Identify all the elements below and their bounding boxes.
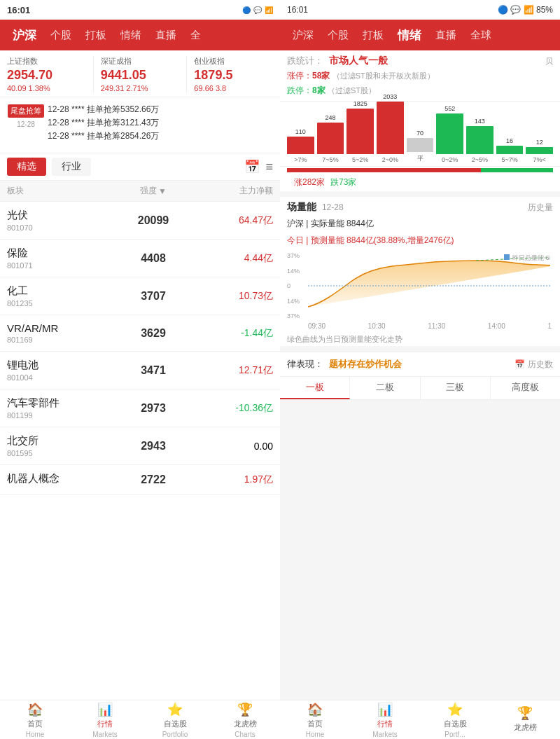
tab-hangye[interactable]: 行业 [52,158,91,176]
table-row[interactable]: 机器人概念 2722 1.97亿 [0,465,280,495]
bar-label-bottom: 0~2% [442,156,458,163]
row-strength-0: 20099 [113,214,193,227]
volume-info-1: 沪深 | 实际量能 8844亿 [287,216,553,232]
right-portfolio-icon: ⭐ [447,702,463,717]
bottom-home[interactable]: 🏠 首页 Home [0,700,70,739]
announce-tag: 尾盘抢筹 [8,104,44,118]
right-bottom-home[interactable]: 🏠 首页 Home [280,700,350,739]
volume-section: 场量能 12-28 历史量 沪深 | 实际量能 8844亿 今日 | 预测量能 … [280,197,560,333]
performance-row: 律表现： 题材存在炒作机会 📅 历史数 [280,352,560,376]
board-tab-sanban[interactable]: 三板 [421,377,491,399]
perf-right[interactable]: 📅 历史数 [514,359,553,371]
volume-history[interactable]: 历史量 [528,202,553,214]
bar-label-top: 70 [416,130,424,137]
right-nav-qingxu[interactable]: 情绪 [391,20,428,50]
right-nav-zhibo[interactable]: 直播 [428,20,463,50]
right-bottom-dragon[interactable]: 🏆 龙虎榜 [490,700,560,739]
bar-label-bottom: >7% [294,156,307,163]
bar-group: 110>7% [287,128,314,163]
right-bottom-markets-sub: Markets [372,731,398,738]
board-tab-yiban[interactable]: 一板 [280,377,350,399]
index-shenzhen[interactable]: 深证成指 9441.05 249.31 2.71% [94,56,188,92]
limit-row: 涨停：58家 （过滤ST股和未开板次新股） [287,70,553,82]
index-shanghai[interactable]: 上证指数 2954.70 40.09 1.38% [0,56,94,92]
table-row[interactable]: VR/AR/MR 801169 3629 -1.44亿 [0,315,280,352]
right-status-bar: 16:01 🔵 💬 📶 85% [280,0,560,20]
limit-down-count: 8家 [312,85,326,95]
progress-section: 涨282家 跌73家 [280,167,560,191]
bottom-charts-label: 龙虎榜 [234,719,257,729]
board-tab-erban[interactable]: 二板 [350,377,420,399]
right-bottom-markets-label: 行情 [377,719,393,729]
bottom-charts[interactable]: 🏆 龙虎榜 Charts [210,700,280,739]
table-row[interactable]: 光伏 801070 20099 64.47亿 [0,202,280,240]
index-shanghai-name: 上证指数 [7,56,86,67]
row-strength-6: 2943 [113,440,193,453]
right-bottom-portfolio[interactable]: ⭐ 自选股 Portf... [420,700,490,739]
row-strength-7: 2722 [113,474,193,486]
right-nav-gegu[interactable]: 个股 [321,20,356,50]
tab-jingxuan[interactable]: 精选 [7,158,46,176]
row-name-0: 光伏 [7,209,113,222]
right-status-icons: 🔵 💬 📶 85% [498,5,553,15]
table-container: 光伏 801070 20099 64.47亿 保险 801071 4408 4.… [0,202,280,700]
bottom-markets[interactable]: 📊 行情 Markets [70,700,140,739]
row-name-7: 机器人概念 [7,472,113,485]
nav-all[interactable]: 全 [183,20,208,50]
bottom-home-label: 首页 [27,719,43,729]
left-status-icons: 🔵 💬 📶 [242,6,273,14]
nav-icon: 🔵 [242,6,251,14]
nav-gegu[interactable]: 个股 [43,20,78,50]
market-hint: 贝 [545,56,553,67]
axis-label-4: 37% [287,312,308,319]
bar-rect [496,146,524,154]
right-battery: 85% [536,5,553,15]
bar-label-bottom: 7~5% [322,156,338,163]
bar-label-top: 12 [536,139,543,146]
row-code-3: 801169 [7,336,113,344]
board-tab-gaodu[interactable]: 高度板 [491,377,560,399]
left-time: 16:01 [7,5,30,15]
table-row[interactable]: 化工 801235 3707 10.73亿 [0,277,280,315]
table-row[interactable]: 锂电池 801004 3471 12.71亿 [0,352,280,389]
calendar-icon[interactable]: 📅 [244,159,260,174]
row-strength-4: 3471 [113,364,193,377]
right-bottom-home-label: 首页 [307,719,323,729]
nav-daban[interactable]: 打板 [78,20,113,50]
bar-group: 70平 [407,130,434,163]
tabs-row: 精选 行业 📅 ≡ [0,153,280,181]
table-row[interactable]: 北交所 801595 2943 0.00 [0,427,280,465]
right-nav-husheng[interactable]: 沪深 [286,20,321,50]
bar-label-bottom: 5~2% [352,156,368,163]
index-chuangye[interactable]: 创业板指 1879.5 69.66 3.8 [187,56,280,92]
nav-husheng[interactable]: 沪深 [6,20,43,50]
bar-rect [526,147,553,154]
bar-label-top: 1825 [354,100,368,107]
bar-group: 20332~0% [377,93,404,163]
bar-label-top: 16 [506,137,513,144]
time-label-4: 1 [547,322,552,330]
right-market-icon: 📊 [377,702,393,717]
home-icon: 🏠 [27,702,43,717]
volume-svg: 昨日总量能 63 [308,251,550,321]
filter-icon[interactable]: ≡ [265,160,273,174]
table-row[interactable]: 汽车零部件 801199 2973 -10.36亿 [0,389,280,427]
row-name-2: 化工 [7,284,113,298]
index-shenzhen-change: 249.31 2.71% [101,84,180,92]
table-row[interactable]: 保险 801071 4408 4.44亿 [0,240,280,277]
right-nav-quanqiu[interactable]: 全球 [463,20,498,50]
nav-qingxu[interactable]: 情绪 [113,20,148,50]
rise-count: 涨282家 [294,177,325,188]
right-bottom-markets[interactable]: 📊 行情 Markets [350,700,420,739]
left-nav-bar: 沪深 个股 打板 情绪 直播 全 [0,20,280,50]
bottom-portfolio[interactable]: ⭐ 自选股 Portfolio [140,700,210,739]
row-code-5: 801199 [7,411,113,420]
nav-zhibo[interactable]: 直播 [148,20,183,50]
announce-line-1: 12-28 **** 挂单抢筹3121.43万 [48,116,280,130]
right-nav-daban[interactable]: 打板 [356,20,391,50]
volume-header: 场量能 12-28 历史量 [287,201,553,214]
row-name-col-2: 化工 801235 [7,284,113,308]
fall-count: 跌73家 [330,177,356,188]
bar-rect [317,123,344,154]
progress-rise [287,168,481,172]
